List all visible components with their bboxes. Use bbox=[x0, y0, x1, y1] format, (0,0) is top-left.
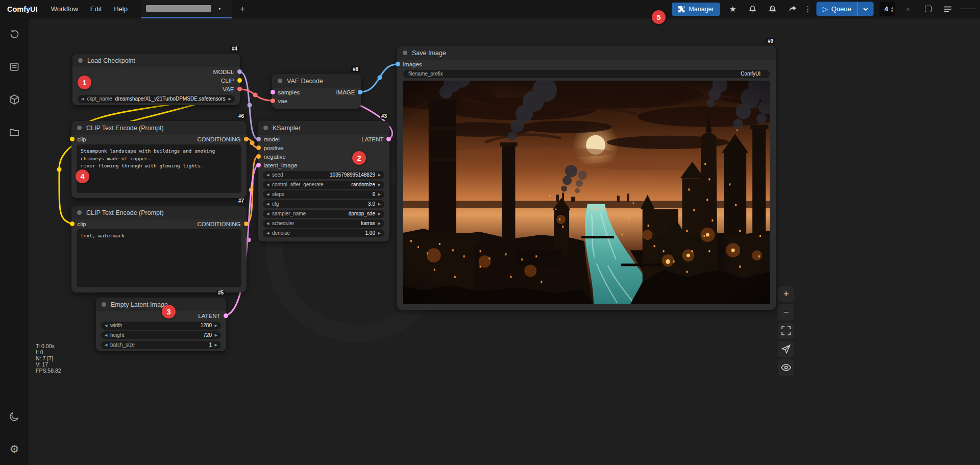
more-options-icon[interactable]: ⋮ bbox=[805, 2, 811, 16]
next-value-icon[interactable]: ▶ bbox=[378, 222, 381, 226]
menu-edit[interactable]: Edit bbox=[90, 5, 102, 13]
node-header[interactable]: KSampler bbox=[258, 121, 389, 135]
theme-toggle-button[interactable] bbox=[6, 408, 23, 425]
input-images[interactable]: images bbox=[398, 61, 422, 67]
input-positive[interactable]: positive bbox=[258, 145, 284, 151]
prev-value-icon[interactable]: ◀ bbox=[266, 212, 269, 216]
node-header[interactable]: Save Image bbox=[397, 46, 776, 60]
sidebar-queue-button[interactable] bbox=[6, 58, 23, 76]
hamburger-menu-icon[interactable] bbox=[961, 2, 975, 16]
queue-dropdown-button[interactable] bbox=[858, 2, 873, 16]
sidebar-workflows-button[interactable] bbox=[6, 124, 23, 141]
node-header[interactable]: CLIP Text Encode (Prompt) bbox=[71, 121, 247, 135]
ckpt-name-widget[interactable]: ◀ ckpt_name dreamshaperXL_v21TurboDPMSDE… bbox=[78, 95, 235, 103]
node-empty-latent-image[interactable]: #5 Empty Latent Image LATENT ◀ width 128… bbox=[96, 298, 226, 351]
input-model[interactable]: model bbox=[258, 136, 280, 142]
node-header[interactable]: Empty Latent Image bbox=[96, 298, 226, 311]
conditioning-slot-dot[interactable] bbox=[256, 145, 261, 150]
conditioning-slot-dot[interactable] bbox=[244, 137, 249, 141]
clip-slot-dot[interactable] bbox=[70, 222, 75, 226]
prev-value-icon[interactable]: ◀ bbox=[266, 231, 269, 235]
workflow-tab[interactable]: ● bbox=[141, 0, 232, 18]
input-vae[interactable]: vae bbox=[273, 98, 287, 104]
queue-button[interactable]: ▷ Queue bbox=[817, 2, 857, 16]
toggle-link-visibility-button[interactable] bbox=[778, 359, 794, 376]
zoom-out-button[interactable]: − bbox=[778, 304, 794, 321]
next-value-icon[interactable]: ▶ bbox=[378, 183, 381, 187]
prev-value-icon[interactable]: ◀ bbox=[105, 343, 107, 347]
collapse-dot[interactable] bbox=[278, 79, 282, 83]
node-ksampler[interactable]: #3 KSampler model LATENT positive negati… bbox=[258, 121, 389, 241]
model-slot-dot[interactable] bbox=[256, 137, 261, 141]
node-load-checkpoint[interactable]: #4 Load Checkpoint MODEL CLIP VAE ◀ ckpt… bbox=[72, 54, 240, 105]
control-after-generate-widget[interactable]: ◀ control_after_generate randomize ▶ bbox=[263, 181, 384, 189]
conditioning-slot-dot[interactable] bbox=[256, 154, 261, 159]
settings-button[interactable]: ⚙ bbox=[6, 440, 23, 458]
prev-value-icon[interactable]: ◀ bbox=[266, 202, 269, 206]
output-latent[interactable]: LATENT bbox=[198, 313, 226, 319]
fit-view-button[interactable] bbox=[778, 323, 794, 339]
steps-widget[interactable]: ◀ steps 6 ▶ bbox=[263, 190, 384, 199]
cfg-widget[interactable]: ◀ cfg 3.0 ▶ bbox=[263, 200, 384, 208]
prev-value-icon[interactable]: ◀ bbox=[266, 173, 269, 177]
input-clip[interactable]: clip bbox=[72, 221, 86, 227]
latent-slot-dot[interactable] bbox=[386, 137, 391, 141]
vae-slot-dot[interactable] bbox=[271, 99, 275, 103]
node-header[interactable]: VAE Decode bbox=[272, 74, 361, 88]
output-conditioning[interactable]: CONDITIONING bbox=[198, 221, 246, 227]
next-value-icon[interactable]: ▶ bbox=[215, 324, 217, 328]
node-header[interactable]: CLIP Text Encode (Prompt) bbox=[71, 206, 247, 219]
prev-value-icon[interactable]: ◀ bbox=[81, 97, 84, 101]
node-save-image[interactable]: #9 Save Image images filename_prefix Com… bbox=[397, 46, 776, 310]
latent-slot-dot[interactable] bbox=[256, 163, 261, 167]
star-icon[interactable]: ★ bbox=[726, 2, 740, 16]
collapse-dot[interactable] bbox=[77, 210, 82, 215]
manager-button[interactable]: Manager bbox=[672, 3, 720, 16]
next-value-icon[interactable]: ▶ bbox=[215, 343, 217, 347]
denoise-widget[interactable]: ◀ denoise 1.00 ▶ bbox=[263, 229, 384, 237]
node-clip-text-encode-positive[interactable]: #6 CLIP Text Encode (Prompt) clip CONDIT… bbox=[71, 121, 247, 198]
sampler-name-widget[interactable]: ◀ sampler_name dpmpp_sde ▶ bbox=[263, 210, 384, 218]
prev-value-icon[interactable]: ◀ bbox=[105, 333, 107, 337]
generated-image-preview[interactable] bbox=[403, 81, 770, 304]
next-value-icon[interactable]: ▶ bbox=[378, 202, 381, 206]
collapse-dot[interactable] bbox=[263, 126, 268, 130]
bell-icon[interactable] bbox=[746, 2, 760, 16]
collapse-dot[interactable] bbox=[77, 126, 82, 130]
prompt-textarea[interactable]: text, watermark bbox=[77, 229, 241, 287]
node-canvas[interactable]: #4 Load Checkpoint MODEL CLIP VAE ◀ ckpt… bbox=[0, 0, 980, 465]
menu-help[interactable]: Help bbox=[114, 5, 128, 13]
step-down-icon[interactable]: ▾ bbox=[891, 9, 893, 13]
next-value-icon[interactable]: ▶ bbox=[378, 192, 381, 197]
output-vae[interactable]: VAE bbox=[223, 86, 239, 92]
collapse-dot[interactable] bbox=[102, 302, 106, 307]
next-value-icon[interactable]: ▶ bbox=[378, 212, 381, 216]
output-image[interactable]: IMAGE bbox=[336, 89, 360, 95]
batch-count-control[interactable]: 4 ▴ ▾ bbox=[879, 2, 895, 16]
select-mode-button[interactable] bbox=[778, 341, 794, 357]
interrupt-button[interactable]: × bbox=[901, 2, 915, 16]
seed-widget[interactable]: ◀ seed 1035798995148829 ▶ bbox=[263, 171, 384, 179]
input-negative[interactable]: negative bbox=[258, 154, 286, 160]
output-latent[interactable]: LATENT bbox=[361, 136, 389, 142]
clip-slot-dot[interactable] bbox=[237, 78, 242, 83]
next-value-icon[interactable]: ▶ bbox=[378, 173, 381, 177]
node-vae-decode[interactable]: #8 VAE Decode samples IMAGE vae bbox=[272, 74, 361, 109]
collapse-dot[interactable] bbox=[78, 58, 83, 63]
share-icon[interactable] bbox=[786, 2, 800, 16]
input-latent-image[interactable]: latent_image bbox=[258, 162, 297, 168]
next-value-icon[interactable]: ▶ bbox=[215, 333, 217, 337]
output-model[interactable]: MODEL bbox=[213, 69, 239, 75]
filename-prefix-widget[interactable]: filename_prefix ComfyUI bbox=[403, 70, 770, 78]
vae-slot-dot[interactable] bbox=[237, 87, 242, 91]
latent-slot-dot[interactable] bbox=[271, 90, 275, 94]
width-widget[interactable]: ◀ width 1280 ▶ bbox=[101, 322, 221, 330]
prev-value-icon[interactable]: ◀ bbox=[266, 183, 269, 187]
next-value-icon[interactable]: ▶ bbox=[229, 97, 231, 101]
scheduler-widget[interactable]: ◀ scheduler karras ▶ bbox=[263, 219, 384, 228]
input-clip[interactable]: clip bbox=[72, 136, 86, 142]
output-clip[interactable]: CLIP bbox=[221, 78, 239, 84]
height-widget[interactable]: ◀ height 720 ▶ bbox=[101, 331, 221, 339]
input-samples[interactable]: samples bbox=[273, 89, 300, 95]
menu-workflow[interactable]: Workflow bbox=[51, 5, 78, 13]
